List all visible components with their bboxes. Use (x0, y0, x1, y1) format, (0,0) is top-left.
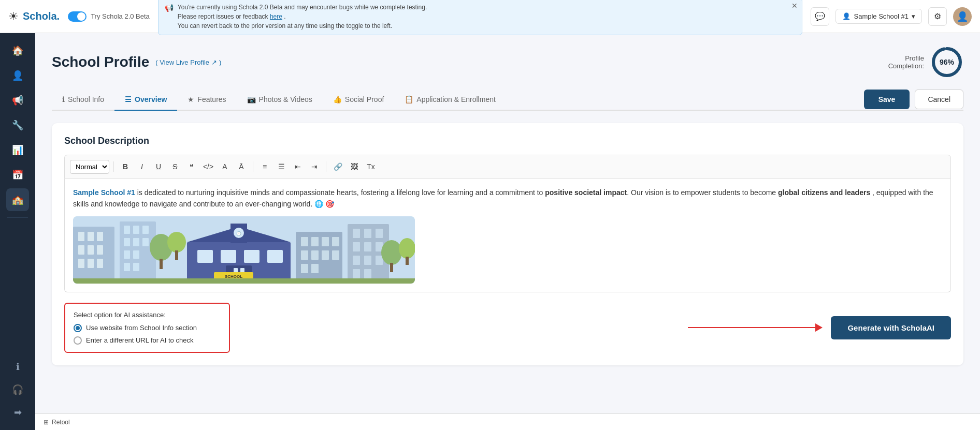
save-button[interactable]: Save (864, 90, 910, 109)
svg-rect-68 (406, 257, 409, 265)
svg-rect-7 (78, 245, 84, 255)
tab-photos-videos[interactable]: 📷 Photos & Videos (237, 89, 323, 111)
completion-label: Profile Completion: (888, 54, 924, 70)
banner-text: You're currently using Schola 2.0 Beta a… (178, 3, 427, 31)
sidebar-item-analytics[interactable]: 📊 (6, 139, 29, 161)
svg-rect-61 (364, 256, 371, 265)
image-button[interactable]: 🖼 (347, 159, 362, 174)
page-title: School Profile (52, 54, 149, 70)
svg-rect-60 (353, 256, 360, 265)
tab-application-enrollment[interactable]: 📋 Application & Enrollment (394, 89, 506, 111)
sidebar-item-marketing[interactable]: 📢 (6, 89, 29, 112)
svg-rect-16 (142, 226, 149, 234)
svg-rect-25 (160, 259, 163, 269)
editor-bold-2: global citizens and leaders (778, 188, 870, 197)
code-button[interactable]: </> (201, 159, 215, 174)
svg-rect-57 (353, 242, 360, 251)
ai-option-1-label: Use website from School Info section (86, 324, 197, 332)
completion-pct: 96% (940, 58, 954, 66)
svg-rect-17 (124, 238, 130, 246)
svg-rect-45 (322, 237, 329, 246)
retool-label: Retool (52, 419, 70, 426)
text-color-button[interactable]: A (218, 159, 232, 174)
editor-content[interactable]: Sample School #1 is dedicated to nurturi… (64, 179, 951, 292)
logo-area: ☀ Schola. (8, 10, 60, 23)
beta-toggle[interactable] (68, 11, 87, 22)
banner-icon: 📢 (165, 4, 174, 12)
ai-options-title: Select option for AI assistance: (74, 311, 221, 319)
sidebar-item-school-profile[interactable]: 🏫 (6, 188, 29, 211)
bold-button[interactable]: B (118, 159, 133, 174)
sidebar-item-home[interactable]: 🏠 (6, 39, 29, 62)
text-highlight-button[interactable]: Ā (234, 159, 249, 174)
card-title: School Description (64, 136, 951, 146)
align-left-button[interactable]: ⇤ (291, 159, 305, 174)
message-button[interactable]: 💬 (811, 7, 829, 26)
toolbar-separator-1 (113, 161, 114, 172)
toolbar-separator-2 (253, 161, 253, 172)
school-selector[interactable]: 👤 Sample School #1 ▾ (835, 9, 922, 24)
tab-social-proof-label: Social Proof (345, 95, 384, 103)
svg-rect-51 (301, 264, 308, 273)
completion-circle: 96% (930, 46, 963, 79)
italic-button[interactable]: I (135, 159, 149, 174)
svg-rect-63 (353, 269, 360, 278)
tab-social-proof[interactable]: 👍 Social Proof (323, 89, 394, 111)
clear-format-button[interactable]: Tx (364, 159, 378, 174)
svg-rect-31 (221, 250, 236, 263)
svg-rect-47 (301, 250, 308, 260)
svg-rect-18 (133, 238, 139, 246)
underline-button[interactable]: U (151, 159, 166, 174)
nav-right: 💬 👤 Sample School #1 ▾ ⚙ 👤 (811, 7, 972, 26)
info-icon: ℹ (62, 95, 65, 103)
tab-overview[interactable]: ☰ Overview (114, 89, 177, 111)
svg-rect-56 (376, 229, 383, 238)
chevron-down-icon: ▾ (912, 12, 915, 20)
strikethrough-button[interactable]: S (168, 159, 182, 174)
beta-toggle-area[interactable]: Try Schola 2.0 Beta (68, 11, 150, 22)
tab-school-info[interactable]: ℹ School Info (52, 89, 114, 111)
banner-close-icon[interactable]: ✕ (791, 2, 798, 10)
retool-bar: ⊞ Retool (35, 413, 980, 430)
svg-rect-33 (267, 250, 283, 263)
svg-rect-6 (97, 232, 103, 241)
sidebar-item-users[interactable]: 👤 (6, 64, 29, 87)
school-illustration: SCHOOL 🕐 (73, 216, 415, 284)
tab-features[interactable]: ★ Features (177, 89, 236, 111)
arrow-area: Generate with ScholaAI (238, 316, 951, 339)
unordered-list-button[interactable]: ☰ (274, 159, 289, 174)
svg-rect-11 (88, 259, 94, 268)
sidebar-item-calendar[interactable]: 📅 (6, 164, 29, 186)
ai-option-website[interactable]: Use website from School Info section (74, 324, 221, 332)
main-content: School Profile ( View Live Profile ↗ ) P… (35, 33, 980, 430)
svg-rect-43 (301, 237, 308, 246)
banner-line3: You can revert back to the prior version… (178, 22, 392, 29)
sidebar-item-tools[interactable]: 🔧 (6, 114, 29, 137)
align-right-button[interactable]: ⇥ (307, 159, 322, 174)
svg-rect-14 (124, 226, 130, 234)
view-live-link[interactable]: ( View Live Profile ↗ ) (155, 58, 221, 66)
cancel-button[interactable]: Cancel (915, 90, 963, 109)
svg-rect-49 (322, 250, 329, 260)
ordered-list-button[interactable]: ≡ (257, 159, 272, 174)
sidebar-item-support[interactable]: 🎧 (6, 378, 29, 401)
svg-rect-62 (376, 256, 383, 265)
settings-button[interactable]: ⚙ (928, 7, 947, 26)
sidebar-item-navigate[interactable]: ➡ (6, 401, 29, 424)
svg-text:🕐: 🕐 (236, 231, 241, 236)
svg-rect-10 (78, 259, 84, 268)
profile-completion: Profile Completion: 96% (888, 46, 963, 79)
editor-bold-1: positive societal impact (545, 188, 627, 197)
svg-point-67 (399, 238, 415, 259)
style-selector[interactable]: Normal (70, 160, 109, 174)
school-selector-icon: 👤 (842, 12, 851, 20)
link-button[interactable]: 🔗 (330, 159, 345, 174)
generate-button[interactable]: Generate with ScholaAI (831, 316, 951, 339)
avatar[interactable]: 👤 (953, 7, 972, 26)
svg-rect-48 (311, 250, 319, 260)
sidebar-item-info[interactable]: ℹ (6, 355, 29, 378)
blockquote-button[interactable]: ❝ (184, 159, 199, 174)
arrow-head-icon (815, 323, 823, 332)
banner-link[interactable]: here (270, 13, 282, 20)
ai-option-url[interactable]: Enter a different URL for AI to check (74, 336, 221, 345)
